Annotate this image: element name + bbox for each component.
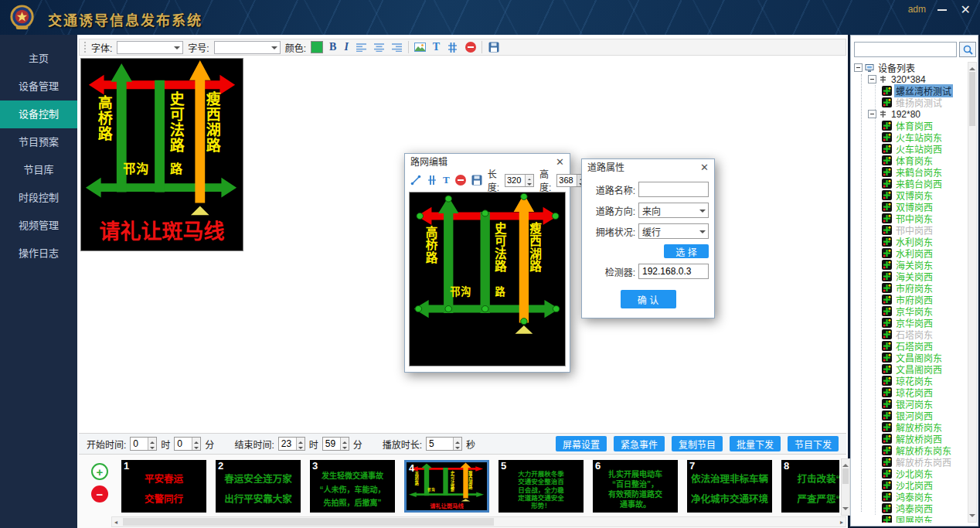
tree-device-鸿泰岗西[interactable]: 鸿泰岗西: [852, 502, 966, 514]
road-direction-select[interactable]: 来向: [638, 203, 709, 218]
led-sign-preview[interactable]: 高桥路史可法路瘦西湖路邗沟路请礼让斑马线: [80, 58, 243, 251]
align-center-icon[interactable]: [373, 40, 386, 54]
length-stepper[interactable]: [505, 174, 534, 187]
congestion-select[interactable]: 缓行: [638, 223, 709, 239]
text-tool-icon[interactable]: T: [443, 174, 450, 186]
scroll-down-icon[interactable]: [842, 507, 849, 513]
save-icon[interactable]: [487, 40, 500, 54]
close-icon[interactable]: ✕: [700, 159, 709, 176]
close-icon[interactable]: ✕: [961, 2, 971, 17]
sidebar-item-操作日志[interactable]: 操作日志: [0, 240, 77, 267]
tree-device-文昌阁岗西[interactable]: 文昌阁岗西: [852, 363, 966, 375]
tree-device-国展岗东[interactable]: 国展岗东: [852, 514, 966, 523]
tree-device-市府岗西[interactable]: 市府岗西: [852, 294, 966, 305]
draw-road-icon[interactable]: [427, 173, 437, 187]
program-thumbnail-6[interactable]: 6扎实开展电动车“百日整治”，有效预防道路交通事故。: [593, 460, 678, 513]
tree-device-石塔岗东[interactable]: 石塔岗东: [852, 329, 966, 340]
sidebar-item-节目库[interactable]: 节目库: [0, 156, 77, 184]
tree-device-解放桥东岗西[interactable]: 解放桥东岗西: [852, 456, 966, 468]
tree-group-320*384[interactable]: 320*384: [852, 73, 966, 85]
tree-group-192*80[interactable]: 192*80: [852, 108, 966, 120]
start-min-stepper[interactable]: [174, 437, 201, 451]
scroll-right-icon[interactable]: ▸: [840, 519, 843, 526]
button-屏幕设置[interactable]: 屏幕设置: [556, 436, 607, 451]
duration-input[interactable]: [427, 438, 453, 450]
select-detector-button[interactable]: 选 择: [664, 244, 709, 258]
color-swatch[interactable]: [311, 41, 323, 53]
align-right-icon[interactable]: [390, 40, 403, 54]
insert-text-icon[interactable]: T: [431, 41, 441, 53]
tree-device-体育岗东[interactable]: 体育岗东: [852, 155, 966, 166]
scroll-up-icon[interactable]: [842, 461, 849, 467]
save-icon[interactable]: [471, 173, 482, 187]
collapse-icon[interactable]: [854, 63, 863, 72]
sidebar-item-设备管理[interactable]: 设备管理: [0, 73, 77, 100]
length-input[interactable]: [505, 175, 525, 186]
minimize-icon[interactable]: [937, 5, 948, 15]
button-紧急事件[interactable]: 紧急事件: [614, 436, 665, 451]
dialog-title-bar[interactable]: 道路属性 ✕: [582, 159, 714, 176]
button-节目下发[interactable]: 节目下发: [788, 436, 839, 451]
confirm-button[interactable]: 确 认: [621, 290, 676, 308]
scroll-down-icon[interactable]: [969, 514, 975, 520]
tree-device-邗中岗东[interactable]: 邗中岗东: [852, 213, 966, 224]
playlist-vertical-scrollbar[interactable]: [841, 458, 850, 516]
tree-device-市府岗东[interactable]: 市府岗东: [852, 282, 966, 294]
tree-root-device-list[interactable]: 设备列表: [852, 62, 966, 73]
button-复制节目[interactable]: 复制节目: [672, 436, 723, 451]
program-thumbnail-5[interactable]: 5大力开展秋冬季交通安全整治百日会战，全力稳定道路交通安全形势！: [499, 460, 584, 513]
close-icon[interactable]: ✕: [556, 154, 564, 171]
tree-device-沙北岗西[interactable]: 沙北岗西: [852, 479, 966, 491]
tree-device-体育岗西[interactable]: 体育岗西: [852, 120, 966, 131]
sidebar-item-主页[interactable]: 主页: [0, 45, 77, 73]
height-input[interactable]: [557, 175, 577, 186]
tree-scrollbar[interactable]: [968, 62, 977, 523]
insert-roadnet-icon[interactable]: [446, 40, 459, 54]
sidebar-item-视频管理[interactable]: 视频管理: [0, 212, 77, 240]
delete-icon[interactable]: [464, 40, 477, 54]
road-name-field[interactable]: [638, 182, 709, 197]
italic-button[interactable]: I: [342, 41, 349, 53]
tree-device-双博岗西[interactable]: 双博岗西: [852, 201, 966, 213]
draw-line-icon[interactable]: [410, 173, 421, 187]
dialog-title-bar[interactable]: 路网编辑 ✕: [405, 154, 570, 171]
duration-stepper[interactable]: [426, 437, 462, 451]
scroll-up-icon[interactable]: [969, 64, 975, 70]
tree-device-水利岗东[interactable]: 水利岗东: [852, 236, 966, 247]
tree-device-海关岗东[interactable]: 海关岗东: [852, 259, 966, 271]
tree-device-解放桥岗东[interactable]: 解放桥岗东: [852, 421, 966, 433]
collapse-icon[interactable]: [868, 75, 876, 83]
tree-device-解放桥东岗东[interactable]: 解放桥东岗东: [852, 445, 966, 456]
end-hour-stepper[interactable]: [278, 437, 305, 451]
tree-device-邗中岗西[interactable]: 邗中岗西: [852, 224, 966, 236]
program-thumbnail-4[interactable]: 4高桥路史可法路瘦西湖路邗沟路请礼让斑马线: [404, 460, 489, 513]
tree-device-火车站岗东[interactable]: 火车站岗东: [852, 131, 966, 143]
tree-device-琼花岗东[interactable]: 琼花岗东: [852, 375, 966, 387]
insert-image-icon[interactable]: [413, 40, 427, 54]
tree-device-沙北岗东[interactable]: 沙北岗东: [852, 468, 966, 479]
tree-device-京华岗西[interactable]: 京华岗西: [852, 317, 966, 329]
program-thumbnail-1[interactable]: 1平安春运交警同行: [121, 460, 206, 513]
tree-device-琼花岗西[interactable]: 琼花岗西: [852, 387, 966, 398]
font-family-select[interactable]: [117, 41, 183, 54]
detector-field[interactable]: [638, 264, 709, 279]
tree-device-鸿泰岗东[interactable]: 鸿泰岗东: [852, 491, 966, 502]
collapse-icon[interactable]: [868, 110, 876, 118]
tree-device-维扬岗测试[interactable]: 维扬岗测试: [852, 97, 966, 108]
tree-device-水利岗西[interactable]: 水利岗西: [852, 247, 966, 259]
tree-device-来鹤台岗西[interactable]: 来鹤台岗西: [852, 178, 966, 189]
sidebar-item-节目预案[interactable]: 节目预案: [0, 128, 77, 156]
bold-button[interactable]: B: [328, 41, 338, 53]
tree-device-双博岗东[interactable]: 双博岗东: [852, 189, 966, 201]
tree-device-京华岗东[interactable]: 京华岗东: [852, 305, 966, 317]
add-program-button[interactable]: +: [91, 463, 108, 480]
program-thumbnail-8[interactable]: 8打击改装“炸严查严惩“机: [781, 460, 839, 513]
tree-device-来鹤台岗东[interactable]: 来鹤台岗东: [852, 166, 966, 178]
font-size-select[interactable]: [214, 41, 281, 54]
start-hour-stepper[interactable]: [130, 437, 157, 451]
sidebar-item-时段控制[interactable]: 时段控制: [0, 184, 77, 212]
sidebar-item-设备控制[interactable]: 设备控制: [0, 100, 77, 128]
program-thumbnail-2[interactable]: 2春运安全连万家出行平安靠大家: [216, 460, 301, 513]
roadnet-edit-canvas[interactable]: 高桥路史可法路瘦西湖路邗沟路: [409, 192, 566, 366]
program-thumbnail-7[interactable]: 7依法治理非标车辆净化城市交通环境: [687, 460, 772, 513]
